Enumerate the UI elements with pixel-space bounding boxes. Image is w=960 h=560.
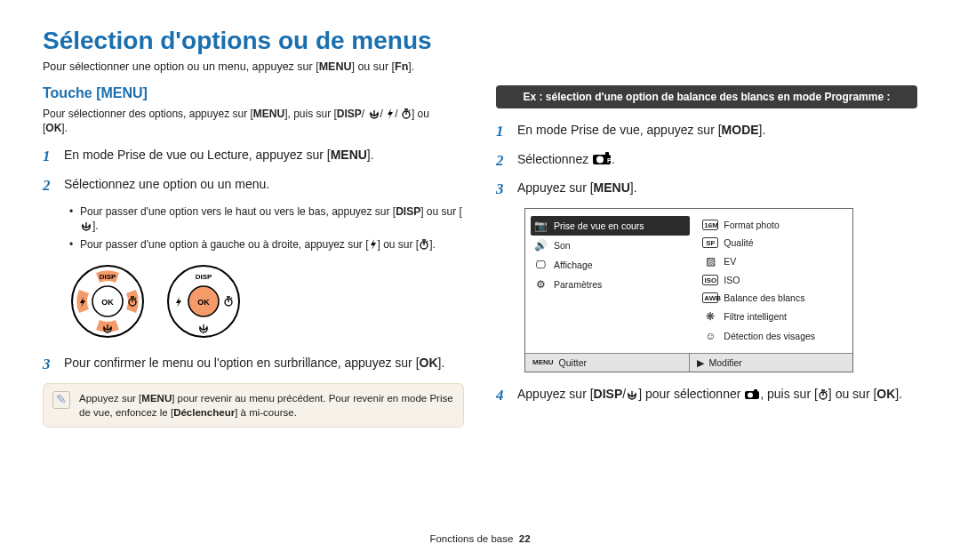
opt-wb: AWBBalance des blancs	[700, 289, 847, 307]
step-number: 3	[43, 354, 55, 376]
dial-highlighted: DISP OK	[68, 261, 148, 341]
iso-icon: ISO	[702, 275, 718, 285]
step-2-bullets: Pour passer d'une option vers le haut ou…	[69, 204, 464, 252]
ok-label: OK	[197, 298, 210, 307]
step-number: 1	[496, 121, 508, 143]
label: Paramètres	[554, 279, 602, 290]
mode-key: MODE	[722, 123, 759, 137]
opt-iso: ISOISO	[700, 271, 847, 289]
step-number: 2	[496, 150, 508, 172]
note-icon: ✎	[52, 391, 70, 409]
label: Balance des blancs	[724, 292, 804, 303]
page-title: Sélection d'options ou de menus	[43, 27, 917, 55]
bullet: Pour passer d'une option à gauche ou à d…	[69, 237, 464, 252]
t: ].	[92, 220, 99, 232]
t: ] ou	[412, 108, 429, 120]
display-icon: 🖵	[532, 259, 548, 271]
tip-box: ✎ Appuyez sur [MENU] pour revenir au men…	[43, 383, 464, 428]
macro-icon	[368, 108, 380, 119]
step-number: 1	[43, 146, 55, 168]
t: , puis sur [	[760, 387, 818, 401]
svg-point-10	[596, 156, 604, 163]
label: ISO	[724, 275, 740, 285]
disp-key: DISP	[396, 205, 420, 218]
opt-quality: SFQualité	[700, 234, 847, 252]
step-3: 3 Pour confirmer le menu ou l'option en …	[43, 354, 464, 376]
t: ] ou sur [	[378, 238, 420, 251]
t: ] ou sur [	[420, 205, 462, 218]
ev-icon: ▨	[702, 255, 718, 268]
tip-text: Appuyez sur [MENU] pour revenir au menu …	[79, 391, 454, 420]
step-text: En mode Prise de vue, appuyez sur [MODE]…	[517, 121, 765, 139]
camera-menu-screenshot: 📷 Prise de vue en cours 🔊 Son 🖵 Affichag…	[524, 208, 853, 372]
shutter-label: Déclencheur	[173, 407, 235, 418]
gear-icon: ⚙	[532, 278, 548, 291]
step-1: 1 En mode Prise de vue ou Lecture, appuy…	[43, 146, 464, 168]
camera-icon	[744, 388, 760, 400]
menu-item-sound: 🔊 Son	[531, 236, 690, 255]
disp-key: DISP	[337, 108, 362, 120]
page-number: 22	[519, 533, 531, 544]
opt-ev: ▨EV	[700, 252, 847, 271]
opt-format: 16MFormat photo	[700, 216, 847, 234]
label: EV	[724, 256, 736, 267]
t: ].	[895, 387, 902, 401]
t: Appuyez sur [	[517, 387, 594, 401]
label: Modifier	[709, 357, 742, 368]
flash-icon	[386, 108, 395, 119]
flash-icon	[369, 239, 378, 250]
footer-edit: ▶ Modifier	[689, 354, 853, 372]
step-number: 2	[43, 175, 55, 197]
ok-key: OK	[45, 122, 61, 134]
menu-key: MENU	[331, 148, 367, 162]
bullet: Pour passer d'une option vers le haut ou…	[69, 204, 464, 235]
timer-icon	[818, 389, 828, 400]
step-text: Sélectionnez P.	[517, 150, 615, 168]
r-step-3: 3 Appuyez sur [MENU].	[496, 179, 917, 201]
quality-icon: SF	[702, 237, 718, 248]
sep: /	[362, 108, 364, 120]
section-heading: Touche [MENU]	[43, 85, 464, 101]
ok-key: OK	[876, 387, 895, 401]
label: Qualité	[724, 237, 753, 248]
r-step-2: 2 Sélectionnez P.	[496, 150, 917, 172]
footer-quit: MENU Quitter	[525, 354, 689, 372]
page-footer: Fonctions de base 22	[0, 533, 960, 544]
step-text: Pour confirmer le menu ou l'option en su…	[64, 354, 444, 372]
t: ].	[630, 180, 637, 195]
intro-text-1: Pour sélectionner une option ou un menu,…	[43, 60, 319, 73]
macro-icon	[626, 389, 638, 400]
label: Format photo	[724, 220, 779, 230]
label: Prise de vue en cours	[554, 220, 644, 231]
t: ], puis sur [	[284, 108, 337, 120]
play-icon: ▶	[697, 357, 704, 368]
sound-icon: 🔊	[532, 239, 548, 252]
ok-label: OK	[101, 298, 114, 307]
step-2: 2 Sélectionnez une option ou un menu.	[43, 175, 464, 197]
t: ].	[438, 356, 445, 370]
sep: /	[380, 108, 383, 120]
menu-key: MENU	[253, 108, 284, 120]
r-step-4: 4 Appuyez sur [DISP/] pour sélectionner …	[496, 385, 917, 407]
disp-key: DISP	[594, 387, 623, 401]
program-mode-icon: P	[592, 151, 612, 165]
label: Détection des visages	[724, 331, 815, 341]
t: .	[612, 152, 615, 166]
timer-icon	[401, 108, 412, 119]
menu-item-settings: ⚙ Paramètres	[531, 275, 690, 294]
menu-footer: MENU Quitter ▶ Modifier	[525, 353, 852, 372]
label: Affichage	[554, 260, 593, 270]
opt-filter: ❋Filtre intelligent	[700, 307, 847, 326]
t: ].	[367, 148, 374, 162]
t: Pour sélectionner des options, appuyez s…	[43, 108, 253, 120]
label: Quitter	[559, 357, 588, 368]
t: Pour confirmer le menu ou l'option en su…	[64, 356, 420, 370]
control-dials: DISP OK DISP OK	[68, 261, 464, 341]
r-step-1: 1 En mode Prise de vue, appuyez sur [MOD…	[496, 121, 917, 143]
intro-line: Pour sélectionner une option ou un menu,…	[43, 60, 917, 73]
menu-item-display: 🖵 Affichage	[531, 255, 690, 275]
svg-point-14	[748, 392, 753, 397]
menu-item-shooting: 📷 Prise de vue en cours	[531, 216, 690, 236]
t: En mode Prise de vue, appuyez sur [	[517, 123, 722, 137]
menu-key: MENU	[141, 393, 172, 404]
